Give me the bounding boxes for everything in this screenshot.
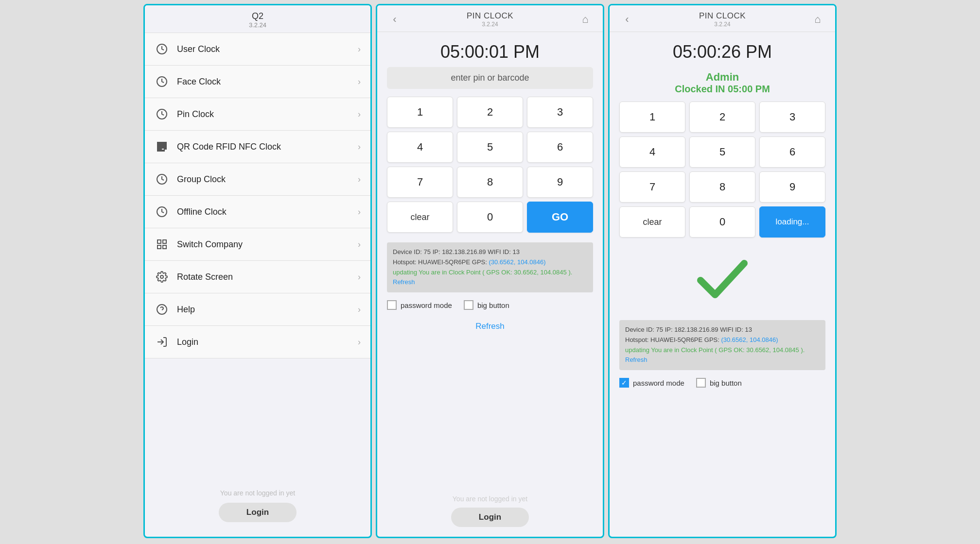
- chevron-icon: ›: [358, 142, 361, 152]
- gps-refresh-link[interactable]: Refresh: [393, 278, 415, 286]
- login-button[interactable]: Login: [451, 508, 529, 527]
- key-7[interactable]: 7: [387, 167, 453, 198]
- clock-point-text: You are in Clock Point ( GPS OK: 30.6562…: [419, 269, 572, 276]
- key-5[interactable]: 5: [689, 136, 755, 168]
- password-mode-label: password mode: [633, 379, 684, 387]
- pin-input-display[interactable]: enter pin or barcode: [387, 67, 593, 89]
- device-id-text: Device ID: 75 IP: 182.138.216.89 WIFI ID…: [393, 248, 520, 255]
- options-row: password mode big button: [377, 292, 603, 318]
- password-mode-option[interactable]: password mode: [387, 300, 452, 310]
- menu-item-rotate-screen[interactable]: Rotate Screen ›: [145, 261, 370, 293]
- menu-item-pin-clock[interactable]: Pin Clock ›: [145, 98, 370, 131]
- menu-item-user-clock[interactable]: User Clock ›: [145, 33, 370, 66]
- menu-item-qr-clock[interactable]: QR Code RFID NFC Clock ›: [145, 131, 370, 163]
- svg-rect-8: [158, 148, 160, 150]
- chevron-icon: ›: [358, 174, 361, 185]
- group-clock-label: Group Clock: [177, 174, 358, 185]
- offline-clock-label: Offline Clock: [177, 207, 358, 217]
- key-3[interactable]: 3: [527, 97, 593, 128]
- clock-point-text: You are in Clock Point ( GPS OK: 30.6562…: [651, 346, 805, 354]
- pin-clock-panel: ‹ PIN CLOCK 3.2.24 ⌂ 05:00:01 PM enter p…: [376, 4, 604, 538]
- options-row: password mode big button: [610, 370, 835, 395]
- key-8[interactable]: 8: [457, 167, 523, 198]
- menu-item-login[interactable]: Login ›: [145, 326, 370, 358]
- svg-rect-16: [158, 245, 161, 249]
- refresh-row: Refresh: [377, 318, 603, 333]
- key-8[interactable]: 8: [689, 171, 755, 203]
- key-6[interactable]: 6: [759, 136, 825, 168]
- menu-item-switch-company[interactable]: Switch Company ›: [145, 228, 370, 261]
- qr-icon: [155, 139, 169, 154]
- help-label: Help: [177, 305, 358, 315]
- big-button-option[interactable]: big button: [464, 300, 509, 310]
- key-4[interactable]: 4: [387, 132, 453, 163]
- hotspot-text: Hotspot: HUAWEI-5QR6PE GPS:: [393, 258, 489, 266]
- loading-button: loading...: [759, 206, 825, 238]
- key-2[interactable]: 2: [457, 97, 523, 128]
- key-5[interactable]: 5: [457, 132, 523, 163]
- clock-icon: [155, 42, 169, 56]
- not-logged-text: You are not logged in yet: [155, 489, 361, 497]
- checkmark-container: [610, 241, 835, 314]
- back-button[interactable]: ‹: [385, 13, 404, 26]
- key-9[interactable]: 9: [527, 167, 593, 198]
- big-button-checkbox[interactable]: [696, 378, 706, 388]
- svg-rect-6: [158, 143, 160, 145]
- key-4[interactable]: 4: [619, 136, 685, 168]
- big-button-checkbox[interactable]: [464, 300, 473, 310]
- menu-item-group-clock[interactable]: Group Clock ›: [145, 163, 370, 196]
- menu-footer: You are not logged in yet Login: [145, 358, 370, 537]
- key-1[interactable]: 1: [619, 102, 685, 133]
- menu-item-face-clock[interactable]: Face Clock ›: [145, 66, 370, 98]
- password-mode-label: password mode: [401, 301, 452, 309]
- clock-title: PIN CLOCK: [637, 11, 808, 21]
- key-1[interactable]: 1: [387, 97, 453, 128]
- success-checkmark: [693, 251, 752, 309]
- key-6[interactable]: 6: [527, 132, 593, 163]
- key-9[interactable]: 9: [759, 171, 825, 203]
- chevron-icon: ›: [358, 109, 361, 119]
- go-button[interactable]: GO: [527, 202, 593, 233]
- big-button-option[interactable]: big button: [696, 378, 742, 388]
- refresh-button[interactable]: Refresh: [475, 322, 505, 331]
- clear-button[interactable]: clear: [387, 202, 453, 233]
- clear-button[interactable]: clear: [619, 206, 685, 238]
- menu-item-help[interactable]: Help ›: [145, 293, 370, 326]
- updating-text: updating: [393, 269, 417, 276]
- chevron-icon: ›: [358, 239, 361, 250]
- chevron-icon: ›: [358, 337, 361, 347]
- key-2[interactable]: 2: [689, 102, 755, 133]
- back-button[interactable]: ‹: [617, 13, 637, 26]
- clock-icon: [155, 172, 169, 187]
- updating-text: updating: [625, 346, 649, 354]
- login-label: Login: [177, 337, 358, 347]
- chevron-icon: ›: [358, 207, 361, 217]
- login-button[interactable]: Login: [219, 503, 297, 522]
- numpad: 1 2 3 4 5 6 7 8 9 clear 0 loading...: [610, 102, 835, 238]
- key-3[interactable]: 3: [759, 102, 825, 133]
- svg-rect-14: [158, 240, 161, 243]
- clock-time: 05:00:26 PM: [610, 32, 835, 67]
- status-message: Admin Clocked IN 05:00 PM: [610, 67, 835, 102]
- chevron-icon: ›: [358, 77, 361, 87]
- big-button-label: big button: [710, 379, 742, 387]
- clock-title: PIN CLOCK: [404, 11, 576, 21]
- menu-item-offline-clock[interactable]: Offline Clock ›: [145, 196, 370, 228]
- big-button-label: big button: [477, 301, 509, 309]
- home-button[interactable]: ⌂: [576, 13, 595, 26]
- gps-refresh-link[interactable]: Refresh: [625, 356, 648, 363]
- svg-rect-17: [163, 245, 166, 249]
- home-button[interactable]: ⌂: [808, 13, 827, 26]
- svg-rect-10: [164, 147, 166, 149]
- key-0[interactable]: 0: [457, 202, 523, 233]
- question-icon: [155, 302, 169, 317]
- login-icon: [155, 335, 169, 349]
- gear-icon: [155, 270, 169, 284]
- clock-icon: [155, 204, 169, 219]
- key-0[interactable]: 0: [689, 206, 755, 238]
- password-mode-option[interactable]: password mode: [619, 378, 684, 388]
- password-mode-checkbox[interactable]: [619, 378, 629, 388]
- user-clock-label: User Clock: [177, 44, 358, 54]
- password-mode-checkbox[interactable]: [387, 300, 397, 310]
- key-7[interactable]: 7: [619, 171, 685, 203]
